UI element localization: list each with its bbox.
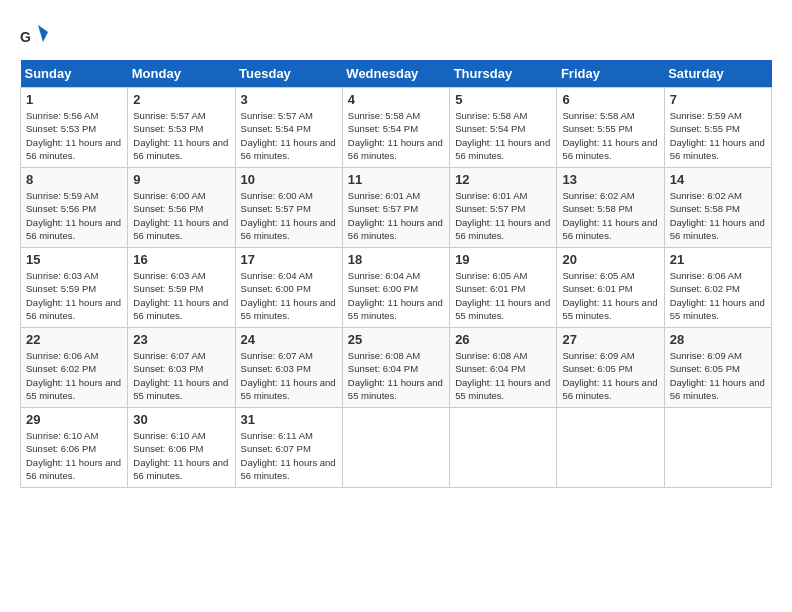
calendar-cell: 4 Sunrise: 5:58 AM Sunset: 5:54 PM Dayli… xyxy=(342,88,449,168)
day-number: 23 xyxy=(133,332,229,347)
calendar-cell: 28 Sunrise: 6:09 AM Sunset: 6:05 PM Dayl… xyxy=(664,328,771,408)
day-number: 5 xyxy=(455,92,551,107)
week-row-1: 1 Sunrise: 5:56 AM Sunset: 5:53 PM Dayli… xyxy=(21,88,772,168)
day-info: Sunrise: 6:05 AM Sunset: 6:01 PM Dayligh… xyxy=(455,269,551,322)
day-number: 28 xyxy=(670,332,766,347)
day-info: Sunrise: 6:00 AM Sunset: 5:56 PM Dayligh… xyxy=(133,189,229,242)
weekday-header-saturday: Saturday xyxy=(664,60,771,88)
day-number: 11 xyxy=(348,172,444,187)
day-number: 2 xyxy=(133,92,229,107)
day-info: Sunrise: 6:04 AM Sunset: 6:00 PM Dayligh… xyxy=(348,269,444,322)
day-info: Sunrise: 6:01 AM Sunset: 5:57 PM Dayligh… xyxy=(455,189,551,242)
calendar-cell: 9 Sunrise: 6:00 AM Sunset: 5:56 PM Dayli… xyxy=(128,168,235,248)
day-info: Sunrise: 6:02 AM Sunset: 5:58 PM Dayligh… xyxy=(562,189,658,242)
day-info: Sunrise: 6:00 AM Sunset: 5:57 PM Dayligh… xyxy=(241,189,337,242)
calendar-cell xyxy=(664,408,771,488)
svg-text:G: G xyxy=(20,29,31,45)
day-number: 8 xyxy=(26,172,122,187)
day-info: Sunrise: 6:08 AM Sunset: 6:04 PM Dayligh… xyxy=(455,349,551,402)
week-row-3: 15 Sunrise: 6:03 AM Sunset: 5:59 PM Dayl… xyxy=(21,248,772,328)
day-info: Sunrise: 6:02 AM Sunset: 5:58 PM Dayligh… xyxy=(670,189,766,242)
day-info: Sunrise: 6:09 AM Sunset: 6:05 PM Dayligh… xyxy=(562,349,658,402)
calendar-cell: 14 Sunrise: 6:02 AM Sunset: 5:58 PM Dayl… xyxy=(664,168,771,248)
day-info: Sunrise: 5:58 AM Sunset: 5:54 PM Dayligh… xyxy=(455,109,551,162)
calendar-cell: 22 Sunrise: 6:06 AM Sunset: 6:02 PM Dayl… xyxy=(21,328,128,408)
calendar-cell: 3 Sunrise: 5:57 AM Sunset: 5:54 PM Dayli… xyxy=(235,88,342,168)
calendar-cell: 10 Sunrise: 6:00 AM Sunset: 5:57 PM Dayl… xyxy=(235,168,342,248)
day-number: 18 xyxy=(348,252,444,267)
week-row-4: 22 Sunrise: 6:06 AM Sunset: 6:02 PM Dayl… xyxy=(21,328,772,408)
svg-marker-1 xyxy=(38,25,48,42)
week-row-5: 29 Sunrise: 6:10 AM Sunset: 6:06 PM Dayl… xyxy=(21,408,772,488)
calendar-cell xyxy=(450,408,557,488)
day-number: 30 xyxy=(133,412,229,427)
day-info: Sunrise: 6:06 AM Sunset: 6:02 PM Dayligh… xyxy=(670,269,766,322)
day-number: 24 xyxy=(241,332,337,347)
calendar-cell: 6 Sunrise: 5:58 AM Sunset: 5:55 PM Dayli… xyxy=(557,88,664,168)
day-info: Sunrise: 5:58 AM Sunset: 5:55 PM Dayligh… xyxy=(562,109,658,162)
day-number: 17 xyxy=(241,252,337,267)
calendar-cell: 13 Sunrise: 6:02 AM Sunset: 5:58 PM Dayl… xyxy=(557,168,664,248)
day-number: 4 xyxy=(348,92,444,107)
weekday-header-wednesday: Wednesday xyxy=(342,60,449,88)
day-number: 29 xyxy=(26,412,122,427)
weekday-header-row: SundayMondayTuesdayWednesdayThursdayFrid… xyxy=(21,60,772,88)
calendar-cell: 5 Sunrise: 5:58 AM Sunset: 5:54 PM Dayli… xyxy=(450,88,557,168)
day-number: 7 xyxy=(670,92,766,107)
day-info: Sunrise: 6:10 AM Sunset: 6:06 PM Dayligh… xyxy=(133,429,229,482)
day-number: 20 xyxy=(562,252,658,267)
calendar-cell: 23 Sunrise: 6:07 AM Sunset: 6:03 PM Dayl… xyxy=(128,328,235,408)
day-number: 3 xyxy=(241,92,337,107)
calendar-cell: 27 Sunrise: 6:09 AM Sunset: 6:05 PM Dayl… xyxy=(557,328,664,408)
calendar-cell: 21 Sunrise: 6:06 AM Sunset: 6:02 PM Dayl… xyxy=(664,248,771,328)
day-number: 26 xyxy=(455,332,551,347)
calendar-cell: 25 Sunrise: 6:08 AM Sunset: 6:04 PM Dayl… xyxy=(342,328,449,408)
day-number: 13 xyxy=(562,172,658,187)
calendar-cell: 16 Sunrise: 6:03 AM Sunset: 5:59 PM Dayl… xyxy=(128,248,235,328)
calendar-table: SundayMondayTuesdayWednesdayThursdayFrid… xyxy=(20,60,772,488)
day-info: Sunrise: 6:10 AM Sunset: 6:06 PM Dayligh… xyxy=(26,429,122,482)
day-number: 19 xyxy=(455,252,551,267)
calendar-cell xyxy=(557,408,664,488)
day-number: 25 xyxy=(348,332,444,347)
day-info: Sunrise: 5:57 AM Sunset: 5:53 PM Dayligh… xyxy=(133,109,229,162)
day-number: 14 xyxy=(670,172,766,187)
day-number: 12 xyxy=(455,172,551,187)
calendar-cell: 29 Sunrise: 6:10 AM Sunset: 6:06 PM Dayl… xyxy=(21,408,128,488)
day-info: Sunrise: 6:04 AM Sunset: 6:00 PM Dayligh… xyxy=(241,269,337,322)
calendar-cell: 19 Sunrise: 6:05 AM Sunset: 6:01 PM Dayl… xyxy=(450,248,557,328)
logo: G xyxy=(20,20,54,50)
calendar-cell: 15 Sunrise: 6:03 AM Sunset: 5:59 PM Dayl… xyxy=(21,248,128,328)
page-header: G xyxy=(20,20,772,50)
calendar-cell: 30 Sunrise: 6:10 AM Sunset: 6:06 PM Dayl… xyxy=(128,408,235,488)
day-number: 21 xyxy=(670,252,766,267)
day-number: 9 xyxy=(133,172,229,187)
day-info: Sunrise: 6:07 AM Sunset: 6:03 PM Dayligh… xyxy=(133,349,229,402)
weekday-header-sunday: Sunday xyxy=(21,60,128,88)
day-info: Sunrise: 6:03 AM Sunset: 5:59 PM Dayligh… xyxy=(26,269,122,322)
day-number: 31 xyxy=(241,412,337,427)
day-info: Sunrise: 6:07 AM Sunset: 6:03 PM Dayligh… xyxy=(241,349,337,402)
day-info: Sunrise: 6:06 AM Sunset: 6:02 PM Dayligh… xyxy=(26,349,122,402)
day-number: 10 xyxy=(241,172,337,187)
day-info: Sunrise: 6:01 AM Sunset: 5:57 PM Dayligh… xyxy=(348,189,444,242)
day-info: Sunrise: 6:03 AM Sunset: 5:59 PM Dayligh… xyxy=(133,269,229,322)
calendar-cell: 12 Sunrise: 6:01 AM Sunset: 5:57 PM Dayl… xyxy=(450,168,557,248)
day-number: 16 xyxy=(133,252,229,267)
calendar-cell: 2 Sunrise: 5:57 AM Sunset: 5:53 PM Dayli… xyxy=(128,88,235,168)
day-info: Sunrise: 6:08 AM Sunset: 6:04 PM Dayligh… xyxy=(348,349,444,402)
calendar-cell: 11 Sunrise: 6:01 AM Sunset: 5:57 PM Dayl… xyxy=(342,168,449,248)
calendar-cell: 17 Sunrise: 6:04 AM Sunset: 6:00 PM Dayl… xyxy=(235,248,342,328)
day-number: 22 xyxy=(26,332,122,347)
week-row-2: 8 Sunrise: 5:59 AM Sunset: 5:56 PM Dayli… xyxy=(21,168,772,248)
weekday-header-thursday: Thursday xyxy=(450,60,557,88)
day-info: Sunrise: 5:58 AM Sunset: 5:54 PM Dayligh… xyxy=(348,109,444,162)
calendar-cell: 31 Sunrise: 6:11 AM Sunset: 6:07 PM Dayl… xyxy=(235,408,342,488)
day-info: Sunrise: 5:56 AM Sunset: 5:53 PM Dayligh… xyxy=(26,109,122,162)
calendar-cell: 1 Sunrise: 5:56 AM Sunset: 5:53 PM Dayli… xyxy=(21,88,128,168)
weekday-header-tuesday: Tuesday xyxy=(235,60,342,88)
logo-icon: G xyxy=(20,20,50,50)
weekday-header-monday: Monday xyxy=(128,60,235,88)
day-info: Sunrise: 5:59 AM Sunset: 5:55 PM Dayligh… xyxy=(670,109,766,162)
day-number: 6 xyxy=(562,92,658,107)
